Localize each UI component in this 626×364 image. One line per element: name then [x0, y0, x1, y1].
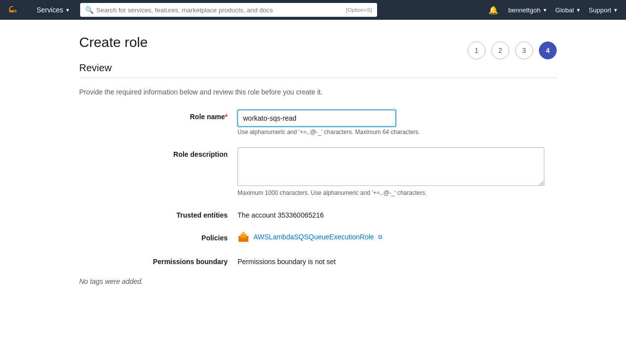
step-4-label: 4 [546, 46, 550, 54]
step-4[interactable]: 4 [539, 42, 557, 59]
trusted-entities-value: The account 353360065216 [238, 208, 557, 219]
services-caret-icon: ▼ [65, 7, 70, 13]
user-label: bennettgoh [508, 6, 540, 14]
bell-icon: 🔔 [488, 5, 498, 15]
tags-note: No tags were added. [79, 277, 557, 285]
policies-value: AWSLambdaSQSQueueExecutionRole ⧉ [238, 231, 383, 243]
search-bar: 🔍 [Option+S] [80, 3, 377, 17]
support-caret-icon: ▼ [613, 7, 618, 13]
region-caret-icon: ▼ [576, 7, 581, 13]
policy-box-icon [238, 231, 249, 243]
policies-label: Policies [79, 231, 238, 242]
role-description-input[interactable] [238, 147, 544, 186]
role-description-hint: Maximum 1000 characters. Use alphanumeri… [238, 189, 544, 196]
support-button[interactable]: Support ▼ [589, 6, 618, 14]
permissions-boundary-value: Permissions boundary is not set [238, 255, 557, 266]
step-3[interactable]: 3 [515, 42, 533, 59]
section-subtitle: Provide the required information below a… [79, 88, 557, 96]
permissions-boundary-row: Permissions boundary Permissions boundar… [79, 255, 557, 266]
step-1[interactable]: 1 [468, 42, 485, 59]
notifications-button[interactable]: 🔔 [486, 3, 500, 17]
role-description-field-container: Maximum 1000 characters. Use alphanumeri… [238, 147, 544, 196]
support-label: Support [589, 6, 612, 14]
section-title: Review [79, 62, 557, 74]
main-content: Create role 1 2 3 4 Review Provide the r… [0, 20, 626, 364]
step-2[interactable]: 2 [491, 42, 509, 59]
role-name-input[interactable] [238, 110, 396, 127]
svg-rect-3 [242, 232, 245, 235]
search-icon: 🔍 [85, 6, 94, 14]
services-label: Services [37, 6, 63, 14]
services-button[interactable]: Services ▼ [33, 4, 74, 16]
external-link-icon: ⧉ [378, 233, 383, 240]
search-input[interactable] [96, 6, 343, 14]
search-shortcut: [Option+S] [346, 7, 372, 13]
user-menu-button[interactable]: bennettgoh ▼ [508, 6, 547, 14]
role-name-hint: Use alphanumeric and '+=,.@-_' character… [238, 129, 420, 136]
role-name-field-container: Use alphanumeric and '+=,.@-_' character… [238, 110, 420, 136]
user-caret-icon: ▼ [542, 7, 547, 13]
nav-right-section: 🔔 bennettgoh ▼ Global ▼ Support ▼ [486, 3, 618, 17]
step-2-label: 2 [498, 46, 502, 54]
aws-logo[interactable]: aws [8, 4, 27, 15]
step-1-label: 1 [475, 46, 479, 54]
role-description-label: Role description [79, 147, 238, 158]
permissions-boundary-label: Permissions boundary [79, 255, 238, 266]
section-divider [79, 78, 557, 78]
role-name-label: Role name* [79, 110, 238, 121]
step-indicator: 1 2 3 4 [468, 42, 557, 59]
trusted-entities-row: Trusted entities The account 35336006521… [79, 208, 557, 219]
svg-text:aws: aws [9, 8, 17, 13]
region-label: Global [555, 6, 574, 14]
trusted-entities-label: Trusted entities [79, 208, 238, 219]
region-button[interactable]: Global ▼ [555, 6, 580, 14]
required-marker: * [225, 113, 228, 121]
top-navigation: aws Services ▼ 🔍 [Option+S] 🔔 bennettgoh… [0, 0, 626, 20]
role-name-row: Role name* Use alphanumeric and '+=,.@-_… [79, 110, 557, 136]
policy-name-link[interactable]: AWSLambdaSQSQueueExecutionRole [253, 233, 374, 241]
step-3-label: 3 [522, 46, 526, 54]
policies-row: Policies AWSLambdaSQSQueueExecutionRole … [79, 231, 557, 243]
role-description-row: Role description Maximum 1000 characters… [79, 147, 557, 196]
